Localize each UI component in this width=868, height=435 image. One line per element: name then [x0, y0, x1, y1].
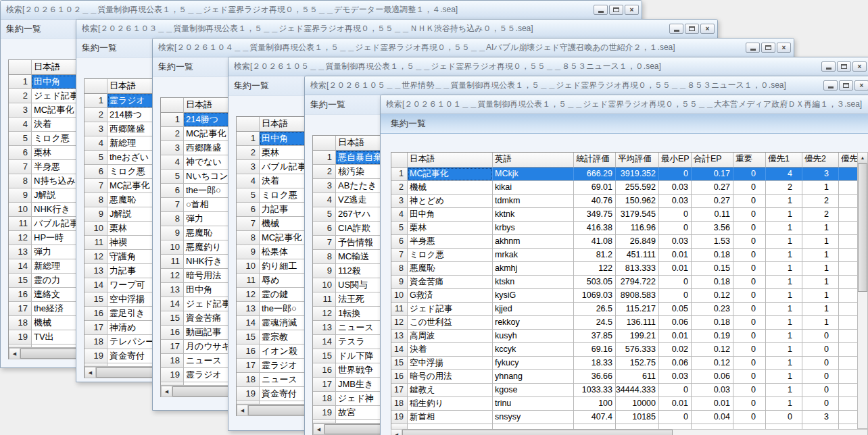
avg-eval-cell[interactable]: 3919.352 — [616, 168, 659, 181]
table-row[interactable]: 1 MC記事化 MCkjk 666.29 3919.352 0 0.17 0 4… — [391, 168, 857, 181]
priority2-cell[interactable]: 1 — [802, 276, 839, 289]
priority3-cell[interactable] — [839, 222, 857, 235]
column-header-priority3[interactable]: 優先3 — [839, 153, 857, 168]
priority3-cell[interactable] — [839, 289, 857, 303]
priority3-cell[interactable] — [839, 330, 857, 343]
priority3-cell[interactable] — [839, 249, 857, 262]
priority2-cell[interactable]: 0 — [802, 384, 839, 397]
important-cell[interactable]: 0 — [733, 316, 766, 330]
scroll-left-button[interactable]: ◀ — [237, 405, 248, 415]
important-cell[interactable]: 0 — [733, 370, 766, 384]
important-cell[interactable]: 0 — [733, 168, 766, 181]
window-5-titlebar[interactable]: 検索[２０２６１０５＿＿世界情勢＿＿質量制御再現公表１，５＿＿ジェド霊界ラジオ再… — [305, 76, 868, 95]
avg-eval-cell[interactable]: 26.849 — [616, 235, 659, 249]
priority3-cell[interactable] — [839, 262, 857, 276]
table-row[interactable]: 14 決着 kccyk 69.16 576.333 0.02 0.12 0 1 … — [391, 343, 857, 357]
important-cell[interactable]: 0 — [733, 384, 766, 397]
priority3-cell[interactable] — [839, 384, 857, 397]
total-ep-cell[interactable]: 0.23 — [692, 303, 733, 316]
table-row[interactable]: 6 半身悪 akhnm 41.08 26.849 0.03 1.53 0 1 1 — [391, 235, 857, 249]
scroll-left-button[interactable]: ◀ — [314, 424, 324, 434]
min-ep-cell[interactable]: 0 — [659, 411, 692, 424]
important-cell[interactable]: 0 — [733, 235, 766, 249]
english-cell[interactable]: trinu — [493, 397, 574, 411]
vertical-scrollbar[interactable]: ▲ — [857, 152, 868, 429]
horizontal-scrollbar[interactable]: ◀ — [391, 429, 868, 435]
column-header-min-ep[interactable]: 最小EP — [659, 153, 692, 168]
min-ep-cell[interactable]: 0.01 — [659, 262, 692, 276]
japanese-cell[interactable]: 資金苦痛 — [408, 276, 493, 289]
priority3-cell[interactable] — [839, 181, 857, 195]
avg-eval-cell[interactable]: 10185 — [616, 411, 659, 424]
important-cell[interactable]: 0 — [733, 357, 766, 370]
stat-eval-cell[interactable]: 666.29 — [574, 168, 616, 181]
min-ep-cell[interactable]: 0.03 — [659, 370, 692, 384]
important-cell[interactable]: 0 — [733, 276, 766, 289]
avg-eval-cell[interactable]: 255.592 — [616, 181, 659, 195]
japanese-cell[interactable]: 田中角 — [408, 208, 493, 222]
english-cell[interactable]: MCkjk — [493, 168, 574, 181]
priority2-cell[interactable]: 1 — [802, 249, 839, 262]
priority1-cell[interactable]: 1 — [766, 370, 802, 384]
english-cell[interactable]: mrkak — [493, 249, 574, 262]
window-3-titlebar[interactable]: 検索[２０２６１０４＿＿質量制御再現公表１，５＿＿ジェド霊界ラジオ再現０，５５＿… — [153, 39, 794, 57]
avg-eval-cell[interactable]: 199.21 — [616, 330, 659, 343]
stat-eval-cell[interactable]: 81.2 — [574, 249, 616, 262]
important-cell[interactable]: 0 — [733, 262, 766, 276]
english-cell[interactable]: kktnk — [493, 208, 574, 222]
priority1-cell[interactable]: 0 — [766, 411, 802, 424]
scroll-thumb[interactable] — [402, 430, 673, 435]
japanese-cell[interactable]: 悪魔恥 — [408, 262, 493, 276]
priority3-cell[interactable] — [839, 370, 857, 384]
min-ep-cell[interactable]: 0 — [659, 384, 692, 397]
priority1-cell[interactable]: 1 — [766, 357, 802, 370]
english-cell[interactable]: kusyh — [493, 330, 574, 343]
table-row[interactable]: 19 新首相 snsysy 407.4 10185 0 0.04 0 0 3 — [391, 411, 857, 424]
stat-eval-cell[interactable]: 36.66 — [574, 370, 616, 384]
minimize-button[interactable] — [594, 5, 608, 15]
min-ep-cell[interactable]: 0.01 — [659, 397, 692, 411]
min-ep-cell[interactable]: 0 — [659, 276, 692, 289]
priority2-cell[interactable]: 1 — [802, 262, 839, 276]
important-cell[interactable]: 0 — [733, 195, 766, 208]
table-row[interactable]: 17 鍵教え kgose 1033.33 34444.333 0 0.03 0 … — [391, 384, 857, 397]
column-header-english[interactable]: 英語 — [493, 153, 574, 168]
priority2-cell[interactable]: 1 — [802, 289, 839, 303]
total-ep-cell[interactable]: 0.19 — [692, 330, 733, 343]
stat-eval-cell[interactable]: 1033.33 — [574, 384, 616, 397]
min-ep-cell[interactable]: 0 — [659, 208, 692, 222]
scroll-left-button[interactable]: ◀ — [85, 367, 96, 378]
stat-eval-cell[interactable]: 18.33 — [574, 357, 616, 370]
priority1-cell[interactable]: 1 — [766, 235, 802, 249]
column-header-japanese[interactable]: 日本語 — [408, 153, 493, 168]
japanese-cell[interactable]: 決着 — [408, 343, 493, 357]
scroll-left-button[interactable]: ◀ — [9, 349, 20, 359]
english-cell[interactable]: rekkoy — [493, 316, 574, 330]
total-ep-cell[interactable]: 0.11 — [692, 208, 733, 222]
important-cell[interactable]: 0 — [733, 181, 766, 195]
window-1-titlebar[interactable]: 検索[２０２６１０２＿＿質量制御再現公表１，５＿＿ジェド霊界ラジオ再現０，５５＿… — [1, 1, 642, 20]
minimize-button[interactable] — [669, 24, 683, 34]
total-ep-cell[interactable]: 0.06 — [692, 370, 733, 384]
priority1-cell[interactable]: 1 — [766, 330, 802, 343]
japanese-cell[interactable]: 半身悪 — [408, 235, 493, 249]
priority3-cell[interactable] — [839, 168, 857, 181]
total-ep-cell[interactable]: 0.03 — [692, 384, 733, 397]
english-cell[interactable]: snsysy — [493, 411, 574, 424]
priority3-cell[interactable] — [839, 343, 857, 357]
important-cell[interactable]: 0 — [733, 249, 766, 262]
avg-eval-cell[interactable]: 3179.545 — [616, 208, 659, 222]
stat-eval-cell[interactable]: 41.08 — [574, 235, 616, 249]
japanese-cell[interactable]: G救済 — [408, 289, 493, 303]
english-cell[interactable]: fykucy — [493, 357, 574, 370]
minimize-button[interactable] — [746, 43, 760, 53]
priority1-cell[interactable]: 4 — [766, 168, 802, 181]
total-ep-cell[interactable]: 0.17 — [692, 168, 733, 181]
priority3-cell[interactable] — [839, 316, 857, 330]
priority1-cell[interactable]: 1 — [766, 303, 802, 316]
priority2-cell[interactable]: 2 — [802, 208, 839, 222]
priority2-cell[interactable]: 0 — [802, 370, 839, 384]
avg-eval-cell[interactable]: 611 — [616, 370, 659, 384]
japanese-cell[interactable]: 機械 — [408, 181, 493, 195]
english-cell[interactable]: kikai — [493, 181, 574, 195]
